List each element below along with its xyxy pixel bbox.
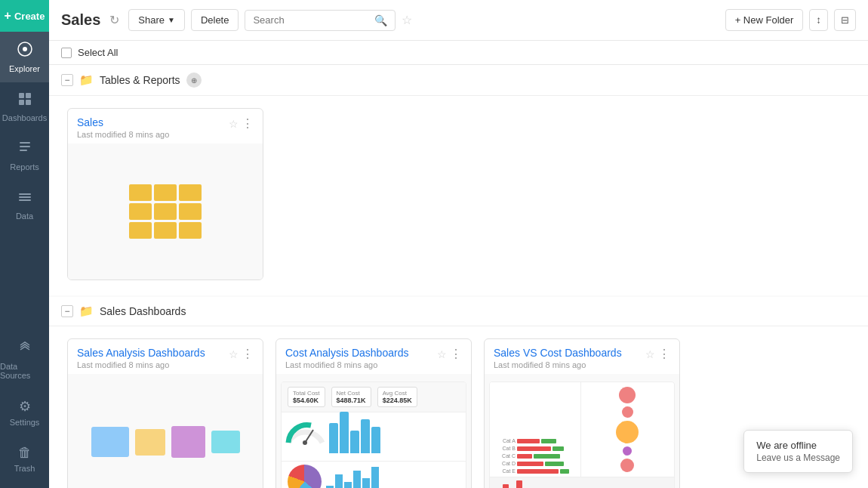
- chat-message-label[interactable]: Leave us a Message: [756, 452, 840, 463]
- data-icon: [17, 190, 32, 208]
- cost-charts: [282, 412, 466, 461]
- explorer-icon: [17, 41, 33, 61]
- pie-chart: [288, 465, 322, 488]
- favorite-icon[interactable]: ☆: [402, 13, 412, 27]
- bar-val: [517, 446, 551, 451]
- select-all-label[interactable]: Select All: [61, 47, 118, 58]
- table-cell: [154, 222, 177, 239]
- svc-bubbles: [581, 382, 675, 477]
- delete-button[interactable]: Delete: [191, 9, 239, 31]
- sidebar-item-dashboards[interactable]: Dashboards: [0, 82, 49, 131]
- bar-label: Cat A: [493, 438, 516, 443]
- table-cell: [129, 222, 152, 239]
- bubble-3: [616, 421, 639, 443]
- card-title-sales: Sales: [77, 116, 229, 128]
- section-title-tables-reports: Tables & Reports: [100, 74, 180, 86]
- card-more-sales[interactable]: ⋮: [242, 116, 254, 131]
- svg-rect-3: [26, 93, 31, 98]
- svg-rect-7: [20, 146, 30, 147]
- section-header-tables-reports: − 📁 Tables & Reports ⊕: [49, 65, 868, 96]
- sidebar-item-label: Explorer: [9, 64, 40, 73]
- sort-icon: ↕: [816, 14, 821, 26]
- svg-rect-10: [19, 196, 31, 198]
- sidebar-item-label: Reports: [10, 162, 39, 171]
- card-actions-sales: ☆ ⋮: [229, 116, 254, 131]
- dash-blocks-sa: [76, 411, 255, 473]
- svg-rect-4: [19, 100, 24, 105]
- card-sales-analysis[interactable]: Sales Analysis Dashboards Last modified …: [67, 338, 263, 488]
- new-folder-button[interactable]: + New Folder: [725, 9, 804, 31]
- card-header-sales: Sales Last modified 8 mins ago ☆ ⋮: [68, 109, 263, 144]
- stat-net-cost: Net Cost $488.71K: [331, 387, 371, 407]
- bubble-4: [623, 446, 632, 456]
- reports-icon: [17, 141, 32, 159]
- sidebar-item-datasources[interactable]: Data Sources: [0, 331, 49, 389]
- card-sales[interactable]: Sales Last modified 8 mins ago ☆ ⋮: [67, 108, 263, 280]
- view-icon: ⊟: [841, 14, 849, 26]
- sort-button[interactable]: ↕: [809, 9, 828, 31]
- card-more-ca[interactable]: ⋮: [450, 347, 462, 361]
- select-all-checkbox[interactable]: [61, 48, 72, 58]
- view-button[interactable]: ⊟: [834, 9, 856, 31]
- sidebar-item-explorer[interactable]: Explorer: [0, 32, 49, 82]
- card-sales-vs-cost[interactable]: Sales VS Cost Dashboards Last modified 8…: [484, 338, 680, 488]
- bar2-1: [326, 486, 334, 489]
- card-subtitle-sa: Last modified 8 mins ago: [77, 360, 229, 369]
- stat-value-nc: $488.71K: [337, 397, 366, 404]
- trash-icon: 🗑: [18, 445, 32, 461]
- bubble-5: [620, 459, 634, 472]
- svg-rect-6: [20, 142, 30, 144]
- bar-val: [517, 462, 543, 466]
- bar-3: [350, 431, 359, 453]
- card-title-ca: Cost Analysis Dashboards: [285, 347, 437, 359]
- share-label: Share: [138, 14, 165, 26]
- card-title-svc: Sales VS Cost Dashboards: [494, 347, 645, 359]
- bar2-3: [344, 482, 352, 489]
- chat-widget[interactable]: We are offline Leave us a Message: [743, 430, 853, 473]
- card-subtitle-ca: Last modified 8 mins ago: [285, 360, 437, 369]
- collapse-tables-reports[interactable]: −: [61, 74, 73, 86]
- table-cell: [154, 184, 177, 201]
- page-title: Sales: [61, 11, 100, 29]
- refresh-icon[interactable]: ↻: [109, 13, 119, 27]
- bar-row: Cat B: [493, 446, 577, 451]
- pin-tables-reports[interactable]: ⊕: [186, 73, 202, 88]
- card-actions-sa: ☆ ⋮: [229, 347, 254, 361]
- bar-row: Cat E: [493, 468, 577, 474]
- card-star-svc[interactable]: ☆: [645, 348, 655, 360]
- collapse-sales-dashboards[interactable]: −: [61, 305, 73, 317]
- delete-label: Delete: [201, 14, 229, 26]
- sidebar-item-data[interactable]: Data: [0, 181, 49, 230]
- card-cost-analysis[interactable]: Cost Analysis Dashboards Last modified 8…: [275, 338, 472, 488]
- sidebar-item-reports[interactable]: Reports: [0, 131, 49, 181]
- card-star-sales[interactable]: ☆: [229, 118, 239, 130]
- cards-grid-tables-reports: Sales Last modified 8 mins ago ☆ ⋮: [49, 96, 868, 295]
- datasources-icon: [17, 340, 32, 359]
- card-star-sa[interactable]: ☆: [229, 348, 239, 360]
- card-more-svc[interactable]: ⋮: [658, 347, 670, 361]
- card-more-sa[interactable]: ⋮: [242, 347, 254, 361]
- table-cell: [179, 222, 202, 239]
- share-button[interactable]: Share ▼: [128, 9, 185, 31]
- card-subtitle-sales: Last modified 8 mins ago: [77, 130, 229, 139]
- cost-stats: Total Cost $54.60K Net Cost $488.71K Avg…: [282, 382, 466, 412]
- card-star-ca[interactable]: ☆: [437, 348, 447, 360]
- bar2-5: [362, 478, 370, 489]
- search-input[interactable]: [253, 14, 370, 26]
- sidebar-item-trash[interactable]: 🗑 Trash: [0, 436, 49, 482]
- card-title-area-sales: Sales Last modified 8 mins ago: [77, 116, 229, 139]
- bar2-6: [371, 467, 379, 489]
- new-folder-label: + New Folder: [735, 14, 794, 26]
- table-cell: [179, 203, 202, 220]
- folder-icon-tables-reports: 📁: [79, 73, 94, 87]
- main-area: Sales ↻ Share ▼ Delete 🔍 ☆ + New Folder …: [49, 0, 868, 488]
- table-cell: [154, 203, 177, 220]
- bar-chart-2: [326, 467, 460, 489]
- folder-icon-sales-dashboards: 📁: [79, 304, 94, 318]
- card-subtitle-svc: Last modified 8 mins ago: [494, 360, 645, 369]
- create-button[interactable]: + Create: [0, 0, 49, 32]
- select-all-toolbar: Select All: [49, 41, 868, 65]
- sidebar-item-settings[interactable]: ⚙ Settings: [0, 389, 49, 436]
- stat-value-ac: $224.85K: [383, 397, 412, 404]
- sidebar-nav: Explorer Dashboards Reports: [0, 32, 49, 331]
